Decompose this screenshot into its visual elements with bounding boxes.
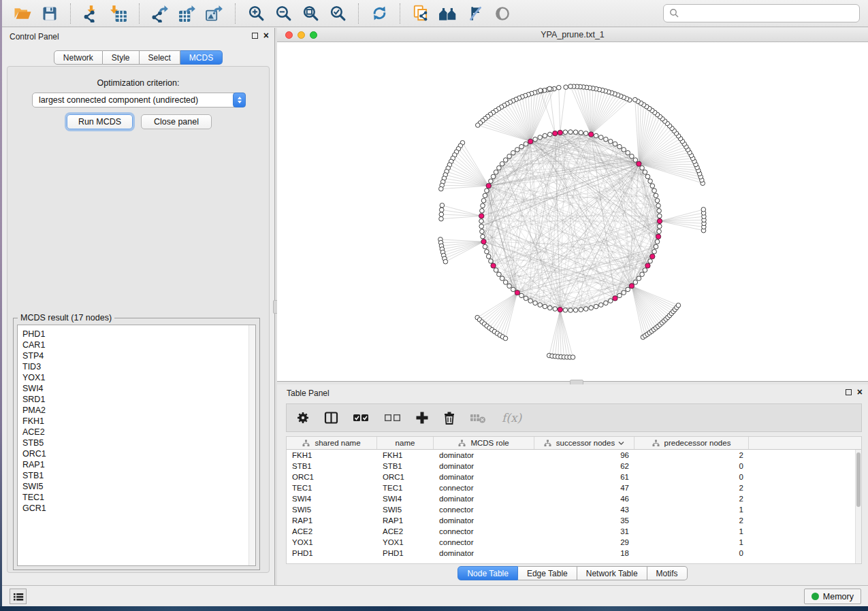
refresh-layout-button[interactable]	[366, 2, 393, 25]
tab-network[interactable]: Network	[54, 50, 103, 65]
float-table-panel-icon[interactable]	[846, 389, 852, 395]
criterion-dropdown[interactable]: largest connected component (undirected)	[32, 93, 246, 108]
result-node[interactable]: SWI4	[22, 383, 255, 394]
tab-style[interactable]: Style	[103, 50, 140, 65]
result-node[interactable]: ORC1	[22, 448, 255, 459]
close-panel-icon[interactable]: ×	[263, 32, 269, 39]
result-node[interactable]: STP4	[22, 350, 255, 361]
network-canvas[interactable]	[277, 42, 868, 381]
table-tab-edge-table[interactable]: Edge Table	[518, 566, 577, 580]
table-cell: 29	[534, 537, 634, 548]
export-table-button[interactable]	[174, 2, 201, 25]
result-node[interactable]: GCR1	[22, 503, 255, 514]
zoom-fit-icon	[302, 5, 319, 22]
table-row[interactable]: RAP1RAP1dominator352	[287, 515, 861, 526]
table-cell: PHD1	[287, 548, 377, 559]
table-row[interactable]: ORC1ORC1dominator610	[287, 472, 861, 482]
table-tab-motifs[interactable]: Motifs	[647, 566, 688, 580]
export-image-button[interactable]	[201, 2, 228, 25]
delete-rows-button[interactable]	[443, 411, 455, 425]
table-row[interactable]: YOX1YOX1connector291	[287, 537, 861, 548]
layout-home-button[interactable]	[434, 2, 462, 25]
toolbar-group-1	[71, 3, 140, 24]
result-node[interactable]: PHD1	[22, 329, 255, 340]
column-header-shared-name[interactable]: shared name	[287, 437, 377, 449]
hide-preview-button[interactable]	[489, 2, 516, 25]
table-row[interactable]: SWI5SWI5connector431	[287, 504, 861, 515]
toggle-columns-button[interactable]	[324, 411, 338, 425]
deselect-all-button[interactable]	[384, 412, 401, 424]
table-cell: STB1	[287, 461, 377, 472]
table-tab-node-table[interactable]: Node Table	[457, 566, 518, 580]
zoom-fit-button[interactable]	[297, 2, 324, 25]
column-label: shared name	[315, 439, 360, 447]
table-scrollbar[interactable]	[855, 450, 861, 563]
result-list-scrollbar[interactable]	[248, 325, 255, 565]
tab-mcds[interactable]: MCDS	[180, 50, 223, 65]
result-node[interactable]: SRD1	[22, 394, 255, 405]
result-node[interactable]: YOX1	[22, 372, 255, 383]
table-cell: FKH1	[377, 450, 434, 461]
column-header-predecessor-nodes[interactable]: predecessor nodes	[634, 437, 749, 449]
task-history-button[interactable]	[10, 589, 27, 604]
table-panel: Table Panel × f(x) shared namename	[277, 384, 868, 585]
search-input[interactable]	[679, 9, 854, 18]
clone-network-button[interactable]	[407, 2, 434, 25]
table-cell: connector	[434, 537, 534, 548]
delete-column-button[interactable]	[470, 412, 486, 424]
result-node[interactable]: SWI5	[22, 481, 255, 492]
criterion-value: largest connected component (undirected)	[33, 95, 233, 105]
table-row[interactable]: FKH1FKH1dominator962	[287, 450, 861, 461]
table-cell: dominator	[434, 548, 534, 559]
column-header-name[interactable]: name	[377, 437, 434, 449]
mcds-result-list[interactable]: PHD1CAR1STP4TID3YOX1SWI4SRD1PMA2FKH1ACE2…	[17, 325, 256, 566]
result-node[interactable]: TID3	[22, 361, 255, 372]
zoom-selected-button[interactable]	[324, 2, 351, 25]
result-node[interactable]: CAR1	[22, 340, 255, 350]
run-mcds-button[interactable]: Run MCDS	[67, 114, 133, 129]
result-node[interactable]: TEC1	[22, 492, 255, 503]
column-header-MCDS-role[interactable]: MCDS role	[434, 437, 534, 449]
memory-label: Memory	[823, 592, 854, 601]
result-node[interactable]: FKH1	[22, 416, 255, 427]
table-row[interactable]: TEC1TEC1connector472	[287, 482, 861, 493]
open-file-icon	[14, 5, 32, 22]
result-node[interactable]: ACE2	[22, 427, 255, 437]
table-row[interactable]: SWI4SWI4dominator462	[287, 493, 861, 504]
result-node[interactable]: STB5	[22, 437, 255, 448]
layout-home-icon	[438, 5, 457, 22]
search-box[interactable]	[663, 4, 860, 22]
network-window-titlebar[interactable]: YPA_prune.txt_1	[277, 28, 868, 42]
close-panel-button[interactable]: Close panel	[141, 114, 212, 129]
import-table-button[interactable]	[105, 2, 132, 25]
select-all-button[interactable]	[353, 412, 370, 424]
import-network-button[interactable]	[78, 2, 105, 25]
table-row[interactable]: STB1STB1dominator620	[287, 461, 861, 472]
style-toggle-button[interactable]	[462, 2, 489, 25]
tab-select[interactable]: Select	[140, 50, 180, 65]
open-file-button[interactable]	[9, 2, 36, 25]
zoom-in-button[interactable]	[242, 2, 270, 25]
result-node[interactable]: STB1	[22, 470, 255, 481]
settings-button[interactable]	[296, 411, 310, 425]
float-panel-icon[interactable]	[252, 33, 258, 39]
zoom-out-button[interactable]	[270, 2, 297, 25]
table-cell: ACE2	[377, 526, 434, 537]
result-node[interactable]: PMA2	[22, 405, 255, 416]
column-header-successor-nodes[interactable]: successor nodes	[534, 437, 634, 449]
table-cell: ORC1	[287, 472, 377, 482]
result-node[interactable]: RAP1	[22, 459, 255, 470]
export-image-icon	[206, 5, 223, 22]
table-tab-network-table[interactable]: Network Table	[577, 566, 647, 580]
add-row-button[interactable]	[415, 411, 429, 425]
close-table-panel-icon[interactable]: ×	[857, 389, 863, 395]
cytoscape-app-window: Control Panel × NetworkStyleSelectMCDS O…	[2, 0, 868, 606]
memory-button[interactable]: Memory	[804, 589, 861, 604]
network-graph[interactable]	[277, 42, 868, 382]
save-session-button[interactable]	[36, 2, 63, 25]
table-row[interactable]: ACE2ACE2connector311	[287, 526, 861, 537]
function-builder-button[interactable]: f(x)	[500, 410, 524, 425]
table-row[interactable]: PHD1PHD1dominator180	[287, 548, 861, 559]
table-scrollbar-thumb[interactable]	[856, 452, 861, 507]
export-network-button[interactable]	[146, 2, 174, 25]
